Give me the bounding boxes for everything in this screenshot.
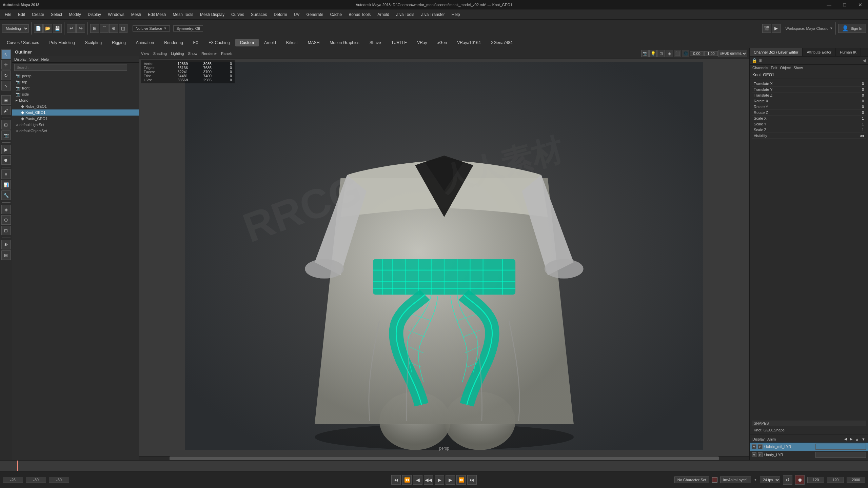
view-menu[interactable]: View	[141, 52, 149, 56]
tab-fx-caching[interactable]: FX Caching	[204, 39, 235, 46]
channel-value-3[interactable]: 0	[844, 99, 864, 103]
menu-item-file[interactable]: File	[1, 11, 15, 18]
channel-value-6[interactable]: 1	[844, 116, 864, 120]
tab-custom[interactable]: Custom	[235, 39, 259, 46]
prev-frame-btn[interactable]: ◀	[413, 475, 422, 485]
new-scene-btn[interactable]: 📄	[34, 24, 43, 33]
vp-camera-btn[interactable]: 📷	[641, 50, 649, 57]
scale-tool-btn[interactable]: ⤡	[1, 81, 11, 90]
menu-item-curves[interactable]: Curves	[228, 11, 248, 18]
channel-value-8[interactable]: 1	[844, 128, 864, 132]
attribute-editor-btn[interactable]: 🔧	[1, 190, 11, 200]
snap-point-btn[interactable]: ⊕	[109, 24, 118, 33]
range-start-input[interactable]	[26, 477, 46, 483]
vp-shading-btn[interactable]: 💡	[649, 50, 657, 57]
channel-box-tab[interactable]: Channel Box / Layer Editor	[750, 48, 803, 56]
outliner-help-menu[interactable]: Help	[41, 57, 49, 61]
menu-item-help[interactable]: Help	[448, 11, 463, 18]
close-button[interactable]: ✕	[852, 0, 868, 9]
save-scene-btn[interactable]: 💾	[53, 24, 62, 33]
panels-menu[interactable]: Panels	[221, 52, 233, 56]
record-btn[interactable]: ⏺	[795, 475, 805, 485]
snap-curve-btn[interactable]: ⌒	[100, 24, 108, 33]
mode-dropdown[interactable]: Modeling	[2, 24, 29, 33]
snap-grid-btn[interactable]: ⊞	[90, 24, 99, 33]
tab-poly-modeling[interactable]: Poly Modeling	[44, 39, 79, 46]
menu-item-cache[interactable]: Cache	[327, 11, 345, 18]
tab-rigging[interactable]: Rigging	[107, 39, 131, 46]
menu-item-mesh[interactable]: Mesh	[128, 11, 144, 18]
menu-item-display[interactable]: Display	[84, 11, 104, 18]
menu-item-ziva-transfer[interactable]: Ziva Transfer	[418, 11, 448, 18]
layer-v-check-0[interactable]: V	[752, 444, 756, 449]
tree-item-pants_geo1[interactable]: ◆ Pants_GEO1	[12, 116, 139, 122]
coord-x-input[interactable]: 0.00	[690, 51, 704, 56]
tree-item-persp[interactable]: 📷 persp	[12, 73, 139, 79]
tab-xgen[interactable]: xGen	[433, 39, 452, 46]
uv-editor-btn[interactable]: ⊡	[1, 226, 11, 235]
vp-smooth-btn[interactable]: ◈	[666, 50, 673, 57]
menu-item-mesh-tools[interactable]: Mesh Tools	[170, 11, 197, 18]
no-character-set-badge[interactable]: No Character Set	[674, 476, 709, 483]
minimize-button[interactable]: —	[821, 0, 837, 9]
renderer-menu[interactable]: Renderer	[201, 52, 217, 56]
channel-value-4[interactable]: 0	[844, 105, 864, 109]
attribute-editor-tab[interactable]: Attribute Editor	[803, 48, 836, 56]
show-menu[interactable]: Show	[793, 66, 803, 70]
channel-value-7[interactable]: 1	[844, 122, 864, 126]
menu-item-ziva-tools[interactable]: Ziva Tools	[393, 11, 418, 18]
menu-item-select[interactable]: Select	[47, 11, 65, 18]
tree-item-side[interactable]: 📷 side	[12, 91, 139, 97]
hypershade-btn[interactable]: ◈	[1, 205, 11, 214]
snap-settings-btn[interactable]: ⊞	[1, 120, 11, 129]
range-end-max-input[interactable]	[827, 477, 844, 483]
tree-item-front[interactable]: 📷 front	[12, 85, 139, 91]
tab-bifrost[interactable]: Bifrost	[281, 39, 302, 46]
menu-item-bonus-tools[interactable]: Bonus Tools	[345, 11, 374, 18]
shape-item[interactable]: Knot_GEO1Shape	[752, 427, 866, 433]
maximize-button[interactable]: □	[837, 0, 852, 9]
timeline[interactable]	[0, 460, 868, 471]
menu-item-modify[interactable]: Modify	[65, 11, 84, 18]
viewport[interactable]: View Shading Lighting Show Renderer Pane…	[139, 48, 749, 460]
menu-item-windows[interactable]: Windows	[104, 11, 128, 18]
show-menu[interactable]: Show	[188, 52, 198, 56]
undo-btn[interactable]: ↩	[67, 24, 76, 33]
select-tool-btn[interactable]: ↖	[1, 49, 11, 59]
menu-item-generate[interactable]: Generate	[303, 11, 327, 18]
menu-item-deform[interactable]: Deform	[270, 11, 290, 18]
channel-row-translate-x[interactable]: Translate X 0	[752, 81, 866, 87]
tab-animation[interactable]: Animation	[131, 39, 159, 46]
current-time-input[interactable]	[3, 477, 23, 483]
channel-row-rotate-z[interactable]: Rotate Z 0	[752, 110, 866, 116]
tree-item-mono[interactable]: ▸ Mono	[12, 97, 139, 103]
go-to-start-btn[interactable]: ⏮	[391, 475, 401, 485]
tree-item-top[interactable]: 📷 top	[12, 79, 139, 85]
fps-select[interactable]: 24 fps	[760, 476, 780, 483]
tab-vraya10164[interactable]: VRaya10164	[452, 39, 485, 46]
play-forward-btn[interactable]: ▶	[435, 475, 444, 485]
move-tool-btn[interactable]: ✛	[1, 60, 11, 69]
outliner-show-menu[interactable]: Show	[29, 57, 39, 61]
redo-btn[interactable]: ↪	[76, 24, 85, 33]
vp-shadow-btn[interactable]: 🌑	[682, 50, 689, 57]
tab-xgena7484[interactable]: XGena7484	[486, 39, 517, 46]
rotate-tool-btn[interactable]: ↻	[1, 70, 11, 80]
menu-item-edit-mesh[interactable]: Edit Mesh	[144, 11, 169, 18]
human-ik-tab[interactable]: Human IK	[836, 48, 861, 56]
tab-curves-/-surfaces[interactable]: Curves / Surfaces	[2, 39, 44, 46]
channel-value-2[interactable]: 0	[844, 93, 864, 97]
cycle-playback-btn[interactable]: ↺	[783, 475, 792, 485]
channel-row-translate-y[interactable]: Translate Y 0	[752, 87, 866, 93]
layer-display-tab[interactable]: Display	[752, 437, 765, 441]
channel-row-visibility[interactable]: Visibility on	[752, 133, 866, 139]
rp-settings-icon[interactable]: ⚙	[758, 58, 763, 63]
layer-row-fabric_mtl_lyr[interactable]: V P / fabric_mtl_LYR	[750, 443, 868, 451]
tab-motion-graphics[interactable]: Motion Graphics	[325, 39, 364, 46]
ipr-btn[interactable]: ▶	[772, 24, 781, 33]
layer-nav-down[interactable]: ▼	[862, 437, 865, 441]
menu-item-uv[interactable]: UV	[291, 11, 303, 18]
tree-item-knot_geo1[interactable]: ◆ Knot_GEO1	[12, 109, 139, 116]
anim-layer-badge[interactable]: im:AnimLayer1	[720, 476, 751, 483]
viewport-scroll-thumb[interactable]	[170, 456, 719, 460]
